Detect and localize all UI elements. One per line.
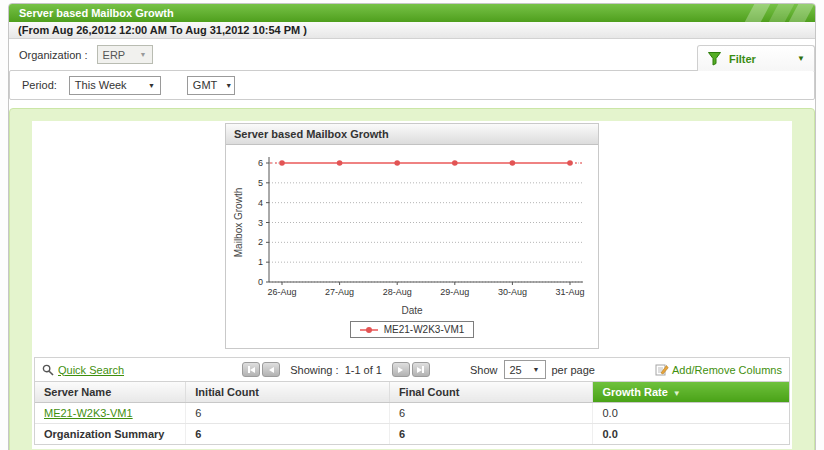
chevron-down-icon: ▼ — [140, 51, 147, 58]
quick-search-link[interactable]: Quick Search — [58, 364, 124, 376]
mailbox-growth-chart: 012345626-Aug27-Aug28-Aug29-Aug30-Aug31-… — [233, 151, 591, 305]
svg-text:1: 1 — [258, 257, 263, 267]
svg-text:28-Aug: 28-Aug — [383, 287, 412, 297]
svg-text:2: 2 — [258, 237, 263, 247]
organization-label: Organization : — [19, 49, 87, 61]
last-page-button[interactable] — [412, 362, 430, 377]
date-range-bar: (From Aug 26,2012 12:00 AM To Aug 31,201… — [9, 22, 815, 39]
chevron-down-icon: ▼ — [225, 82, 232, 89]
summary-label-cell: Organization Summary — [35, 424, 186, 445]
period-select[interactable]: This Week ▼ — [69, 76, 161, 95]
page-title: Server based Mailbox Growth — [19, 7, 174, 19]
report-inner-area: Server based Mailbox Growth 012345626-Au… — [32, 121, 792, 449]
period-filter-panel: Period: This Week ▼ GMT ▼ — [9, 70, 815, 100]
organization-select[interactable]: ERP ▼ — [97, 45, 153, 64]
timezone-select-value: GMT — [193, 79, 217, 91]
server-name-link[interactable]: ME21-W2K3-VM1 — [44, 407, 133, 419]
timezone-select[interactable]: GMT ▼ — [187, 76, 235, 95]
report-content-panel: Server based Mailbox Growth 012345626-Au… — [9, 108, 815, 450]
previous-page-button[interactable] — [262, 362, 280, 377]
svg-text:3: 3 — [258, 218, 263, 228]
server-growth-table: Server Name Initial Count Final Count Gr… — [35, 382, 789, 444]
chevron-down-icon: ▼ — [533, 366, 540, 373]
initial-count-cell: 6 — [186, 424, 390, 445]
svg-text:6: 6 — [258, 158, 263, 168]
search-icon — [42, 364, 54, 376]
table-header-row: Server Name Initial Count Final Count Gr… — [35, 382, 789, 403]
chevron-down-icon: ▼ — [148, 82, 155, 89]
svg-text:0: 0 — [258, 277, 263, 287]
filter-button-label: Filter — [729, 53, 790, 65]
filter-button[interactable]: Filter ▼ — [697, 45, 815, 71]
per-page-label: per page — [552, 364, 595, 376]
legend-series-label: ME21-W2K3-VM1 — [384, 324, 465, 335]
svg-text:4: 4 — [258, 198, 263, 208]
svg-text:Mailbox Growth: Mailbox Growth — [233, 188, 244, 257]
svg-text:27-Aug: 27-Aug — [325, 287, 354, 297]
sort-descending-icon: ▼ — [673, 389, 681, 398]
report-title-bar: Server based Mailbox Growth — [9, 4, 815, 22]
chart-title: Server based Mailbox Growth — [234, 128, 389, 140]
edit-columns-icon — [655, 363, 669, 376]
table-row: ME21-W2K3-VM1 6 6 0.0 — [35, 403, 789, 424]
first-page-button[interactable] — [242, 362, 260, 377]
page-size-value: 25 — [510, 364, 522, 376]
column-header-initial-count[interactable]: Initial Count — [186, 382, 390, 403]
organization-summary-row: Organization Summary 6 6 0.0 — [35, 424, 789, 445]
showing-text: Showing : 1-1 of 1 — [290, 364, 382, 376]
pagination: Showing : 1-1 of 1 — [242, 362, 430, 377]
period-select-value: This Week — [75, 79, 127, 91]
growth-rate-cell: 0.0 — [593, 424, 789, 445]
svg-text:29-Aug: 29-Aug — [440, 287, 469, 297]
column-header-final-count[interactable]: Final Count — [389, 382, 593, 403]
series-marker-icon — [360, 329, 378, 331]
svg-text:26-Aug: 26-Aug — [267, 287, 296, 297]
show-label: Show — [470, 364, 498, 376]
filter-funnel-icon — [707, 51, 722, 66]
next-page-button[interactable] — [392, 362, 410, 377]
chart-panel: Server based Mailbox Growth 012345626-Au… — [225, 123, 599, 349]
page-size-select[interactable]: 25 ▼ — [504, 360, 546, 379]
report-window: Server based Mailbox Growth (From Aug 26… — [8, 3, 816, 450]
column-header-server-name[interactable]: Server Name — [35, 382, 186, 403]
chart-x-axis-label: Date — [233, 305, 591, 316]
chart-legend: ME21-W2K3-VM1 — [350, 321, 475, 338]
chart-title-bar: Server based Mailbox Growth — [226, 124, 598, 145]
column-header-growth-rate[interactable]: Growth Rate▼ — [593, 382, 789, 403]
add-remove-columns-link[interactable]: Add/Remove Columns — [655, 363, 782, 376]
organization-select-value: ERP — [103, 49, 126, 61]
organization-row: Organization : ERP ▼ Filter ▼ — [9, 39, 815, 70]
server-grid-block: Quick Search Showing : 1-1 of 1 Show — [34, 357, 790, 445]
date-range-text: (From Aug 26,2012 12:00 AM To Aug 31,201… — [18, 24, 307, 36]
svg-text:30-Aug: 30-Aug — [498, 287, 527, 297]
svg-text:5: 5 — [258, 178, 263, 188]
initial-count-cell: 6 — [186, 403, 390, 424]
showing-range: 1-1 of 1 — [345, 364, 382, 376]
final-count-cell: 6 — [389, 403, 593, 424]
filter-chevron-down-icon: ▼ — [797, 54, 805, 63]
final-count-cell: 6 — [389, 424, 593, 445]
list-toolbar: Quick Search Showing : 1-1 of 1 Show — [35, 358, 789, 382]
growth-rate-cell: 0.0 — [593, 403, 789, 424]
period-label: Period: — [22, 79, 57, 91]
svg-text:31-Aug: 31-Aug — [555, 287, 584, 297]
title-bar-stripes-decoration — [719, 4, 809, 22]
